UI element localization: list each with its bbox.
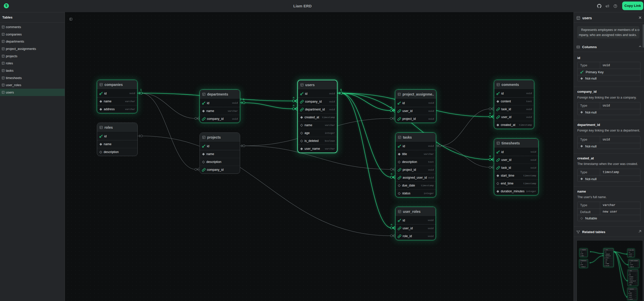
svg-text:n: n <box>489 155 491 158</box>
svg-text:1: 1 <box>243 98 245 101</box>
svg-text:1: 1 <box>340 88 342 91</box>
svg-text:n: n <box>391 173 392 176</box>
svg-text:1: 1 <box>140 88 142 91</box>
svg-text:n: n <box>489 112 491 115</box>
svg-text:n: n <box>391 223 392 226</box>
svg-text:n: n <box>390 106 392 109</box>
svg-text:n: n <box>293 104 295 107</box>
svg-text:n: n <box>293 96 295 99</box>
